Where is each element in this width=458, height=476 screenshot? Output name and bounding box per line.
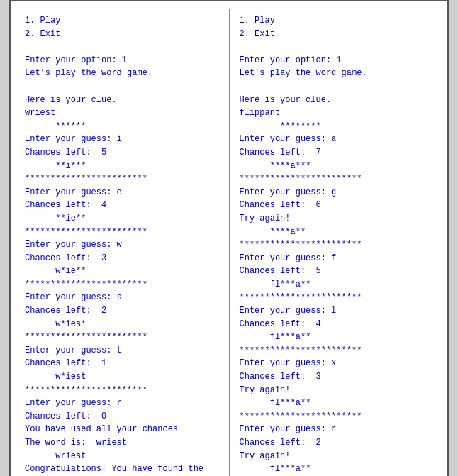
right-panel: 1. Play 2. Exit Enter your option: 1 Let…: [233, 9, 441, 476]
panel-divider: [229, 9, 230, 476]
left-panel: 1. Play 2. Exit Enter your option: 1 Let…: [18, 9, 226, 476]
main-container: 1. Play 2. Exit Enter your option: 1 Let…: [9, 0, 449, 476]
